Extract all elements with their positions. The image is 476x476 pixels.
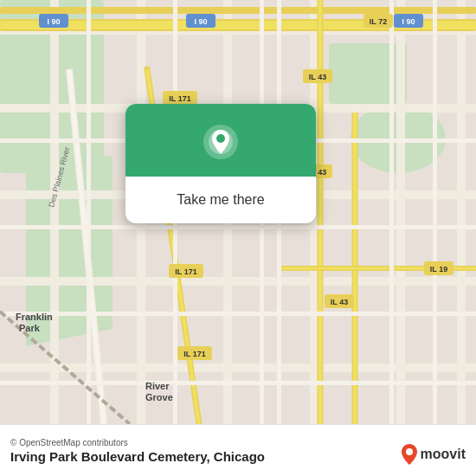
svg-rect-4 xyxy=(329,43,407,104)
location-name: Irving Park Boulevard Cemetery, Chicago xyxy=(10,449,466,464)
svg-rect-34 xyxy=(87,0,91,424)
svg-rect-38 xyxy=(389,0,394,424)
svg-rect-19 xyxy=(0,7,476,14)
popup-button-section: Take me there xyxy=(125,177,316,223)
moovit-text: moovit xyxy=(421,447,466,462)
svg-text:I 90: I 90 xyxy=(402,17,415,26)
svg-text:IL 72: IL 72 xyxy=(370,17,387,26)
svg-text:IL 43: IL 43 xyxy=(331,298,348,306)
svg-text:Park: Park xyxy=(19,323,41,333)
svg-text:IL 19: IL 19 xyxy=(430,265,447,273)
moovit-pin-icon xyxy=(400,443,419,466)
popup-card: Take me there xyxy=(125,104,316,223)
svg-text:Grove: Grove xyxy=(145,392,173,402)
attribution-text: © OpenStreetMap contributors xyxy=(10,438,466,447)
svg-text:I 90: I 90 xyxy=(47,17,60,26)
svg-text:IL 171: IL 171 xyxy=(169,94,190,103)
svg-rect-32 xyxy=(0,312,476,316)
popup-green-section xyxy=(125,104,316,177)
map-container: I 90 I 90 I 90 IL 72 IL 171 IL 171 IL 17… xyxy=(0,0,476,424)
svg-rect-31 xyxy=(0,225,476,229)
svg-text:IL 171: IL 171 xyxy=(175,267,196,276)
svg-text:IL 171: IL 171 xyxy=(183,350,205,358)
svg-rect-33 xyxy=(0,381,476,385)
svg-point-71 xyxy=(406,448,413,455)
moovit-logo: moovit xyxy=(400,443,466,466)
svg-rect-16 xyxy=(457,0,466,424)
location-pin-icon xyxy=(202,123,240,161)
svg-text:IL 43: IL 43 xyxy=(309,73,326,81)
svg-rect-15 xyxy=(396,0,405,424)
svg-point-70 xyxy=(216,134,225,143)
svg-rect-39 xyxy=(433,0,437,424)
bottom-bar: © OpenStreetMap contributors Irving Park… xyxy=(0,424,476,476)
svg-text:Franklin: Franklin xyxy=(16,312,53,322)
take-me-there-button[interactable]: Take me there xyxy=(170,189,271,211)
svg-text:I 90: I 90 xyxy=(194,17,207,26)
svg-text:River: River xyxy=(145,381,170,391)
